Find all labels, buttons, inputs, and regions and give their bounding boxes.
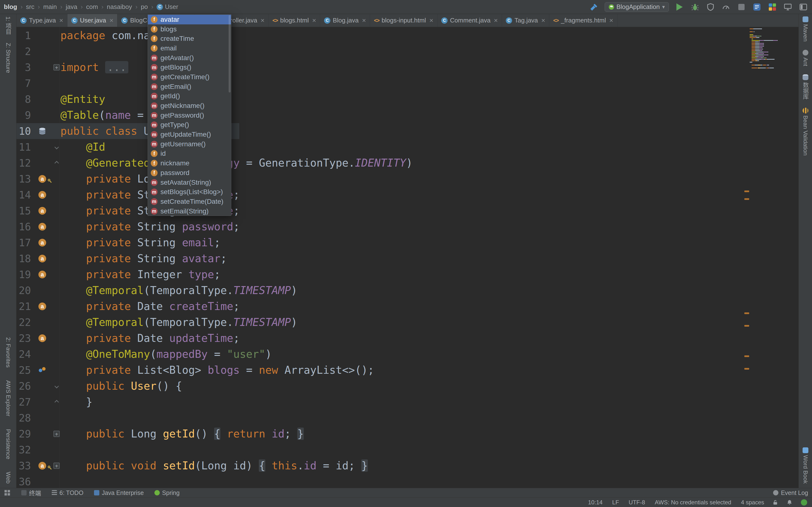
line-number[interactable]: 8 bbox=[16, 94, 32, 105]
breadcrumb-item[interactable]: main bbox=[43, 3, 57, 11]
completion-item[interactable]: fnickname bbox=[148, 158, 231, 168]
completion-item[interactable]: fid bbox=[148, 149, 231, 159]
line-number[interactable]: 11 bbox=[16, 141, 32, 153]
window-layout-icon[interactable] bbox=[799, 2, 808, 12]
tool-bar-item-todo[interactable]: 6: TODO bbox=[52, 489, 83, 496]
breadcrumb-item[interactable]: nasaiboy bbox=[107, 3, 132, 11]
line-number[interactable]: 7 bbox=[16, 77, 32, 89]
project-name[interactable]: blog bbox=[4, 3, 17, 11]
tool-window-button-1: 项目[interactable]: 1: 项目 bbox=[4, 16, 12, 35]
run-button[interactable] bbox=[675, 2, 684, 12]
tab-close-icon[interactable]: × bbox=[362, 17, 366, 24]
completion-item[interactable]: msetEmail(String) bbox=[148, 207, 231, 216]
tab-blogs.html[interactable]: <>blogs.html× bbox=[268, 14, 320, 27]
tab-_fragments.html[interactable]: <>_fragments.html× bbox=[549, 14, 617, 27]
line-number[interactable]: 18 bbox=[16, 253, 32, 265]
code-line[interactable]: 9@Table(name = "t_user") bbox=[16, 107, 799, 123]
line-number[interactable]: 17 bbox=[16, 237, 32, 249]
fold-open-icon[interactable] bbox=[54, 384, 59, 388]
fold-expand-icon[interactable]: + bbox=[53, 431, 60, 437]
tool-window-button-Word Book[interactable]: Word Book bbox=[802, 447, 809, 484]
completion-item[interactable]: mgetPassword() bbox=[148, 111, 231, 120]
tool-bar-item-spring[interactable]: Spring bbox=[154, 489, 180, 496]
completion-item[interactable]: mgetBlogs() bbox=[148, 62, 231, 72]
line-number[interactable]: 27 bbox=[16, 396, 32, 408]
code-line[interactable]: 1package com.nasaiboy.po; bbox=[16, 27, 799, 44]
notification-bell-icon[interactable] bbox=[786, 499, 793, 506]
breadcrumb-item[interactable]: po bbox=[141, 3, 148, 11]
popup-scrollbar[interactable] bbox=[229, 15, 231, 93]
profiler-button[interactable] bbox=[721, 2, 731, 12]
coverage-button[interactable] bbox=[706, 2, 715, 12]
line-number[interactable]: 9 bbox=[16, 109, 32, 121]
code-line[interactable]: 17a private String email; bbox=[16, 235, 799, 250]
fold-open-icon[interactable] bbox=[54, 145, 59, 149]
completion-item[interactable]: mgetUsername() bbox=[148, 139, 231, 149]
code-line[interactable]: 10public class User { bbox=[16, 123, 799, 139]
completion-item[interactable]: mgetCreateTime() bbox=[148, 72, 231, 82]
code-line[interactable]: 29+ public Long getId() { return id; } bbox=[16, 426, 799, 442]
completion-item[interactable]: mgetId() bbox=[148, 92, 231, 101]
minimap[interactable] bbox=[750, 29, 799, 70]
tool-window-button-Bean Validation[interactable]: Bean Validation bbox=[802, 108, 809, 156]
code-line[interactable]: 12 @GeneratedValue(strategy = Generation… bbox=[16, 155, 799, 171]
completion-item[interactable]: mgetNickname() bbox=[148, 101, 231, 111]
completion-item[interactable]: msetCreateTime(Date) bbox=[148, 197, 231, 207]
run-dashboard-icon[interactable] bbox=[752, 2, 762, 12]
tab-close-icon[interactable]: × bbox=[260, 17, 264, 24]
line-number[interactable]: 23 bbox=[16, 332, 32, 344]
line-number[interactable]: 21 bbox=[16, 300, 32, 313]
line-number[interactable]: 29 bbox=[16, 428, 32, 440]
completion-item[interactable]: mgetUpdateTime() bbox=[148, 130, 231, 139]
tool-bar-item-terminal[interactable]: 终端 bbox=[21, 489, 41, 497]
completion-item[interactable]: mgetType() bbox=[148, 120, 231, 130]
tab-User.java[interactable]: CUser.java× bbox=[67, 14, 118, 27]
completion-item[interactable]: femail bbox=[148, 44, 231, 53]
tab-Comment.java[interactable]: CComment.java× bbox=[438, 14, 502, 27]
completion-item[interactable]: favatar bbox=[148, 15, 231, 24]
tool-window-button-Persistence[interactable]: Persistence bbox=[5, 429, 12, 459]
tab-Tag.java[interactable]: CTag.java× bbox=[502, 14, 549, 27]
tab-close-icon[interactable]: × bbox=[541, 17, 545, 24]
line-number[interactable]: 2 bbox=[16, 46, 32, 57]
code-line[interactable]: 13a private Long id; bbox=[16, 171, 799, 187]
line-number[interactable]: 25 bbox=[16, 364, 32, 376]
code-line[interactable]: 15a private String username; bbox=[16, 203, 799, 219]
line-number[interactable]: 14 bbox=[16, 189, 32, 201]
completion-item[interactable]: fcreateTime bbox=[148, 34, 231, 44]
tab-Blog.java[interactable]: CBlog.java× bbox=[320, 14, 370, 27]
code-line[interactable]: 27 } bbox=[16, 394, 799, 410]
status-indent-style[interactable]: 4 spaces bbox=[741, 499, 764, 506]
line-number[interactable]: 13 bbox=[16, 173, 32, 185]
code-line[interactable]: 36 bbox=[16, 474, 799, 488]
editor[interactable]: 1package com.nasaiboy.po;23+import ...78… bbox=[16, 27, 799, 488]
fold-close-icon[interactable] bbox=[54, 161, 59, 165]
line-number[interactable]: 32 bbox=[16, 444, 32, 456]
fold-expand-icon[interactable]: + bbox=[53, 64, 60, 70]
code-line[interactable]: 8@Entity bbox=[16, 91, 799, 107]
breadcrumb-item[interactable]: src bbox=[26, 3, 35, 11]
run-config-selector[interactable]: BlogApplication ▾ bbox=[605, 2, 669, 12]
line-number[interactable]: 22 bbox=[16, 317, 32, 328]
tool-window-button-2: Favorites[interactable]: 2: Favorites bbox=[5, 337, 12, 368]
tab-close-icon[interactable]: × bbox=[312, 17, 316, 24]
tool-window-button-Z: Structure[interactable]: Z: Structure bbox=[5, 43, 12, 73]
line-number[interactable]: 20 bbox=[16, 285, 32, 296]
plugin-status-icon[interactable] bbox=[801, 499, 807, 506]
line-number[interactable]: 19 bbox=[16, 269, 32, 281]
build-hammer-icon[interactable] bbox=[589, 2, 599, 12]
code-line[interactable]: 21a private Date createTime; bbox=[16, 298, 799, 314]
unlock-icon[interactable] bbox=[772, 499, 778, 506]
fold-close-icon[interactable] bbox=[54, 400, 59, 404]
code-line[interactable]: 18a private String avatar; bbox=[16, 250, 799, 267]
breadcrumb-leaf[interactable]: CUser bbox=[157, 3, 178, 11]
completion-item[interactable]: fpassword bbox=[148, 168, 231, 178]
code-line[interactable]: 19a private Integer type; bbox=[16, 267, 799, 282]
code-line[interactable]: 28 bbox=[16, 410, 799, 426]
tool-window-button-Web[interactable]: Web bbox=[5, 472, 12, 484]
aws-toolkit-icon[interactable] bbox=[767, 2, 777, 12]
tab-close-icon[interactable]: × bbox=[109, 17, 113, 24]
status-line-ending[interactable]: LF bbox=[612, 499, 619, 506]
line-number[interactable]: 16 bbox=[16, 221, 32, 233]
line-number[interactable]: 3 bbox=[16, 62, 32, 73]
